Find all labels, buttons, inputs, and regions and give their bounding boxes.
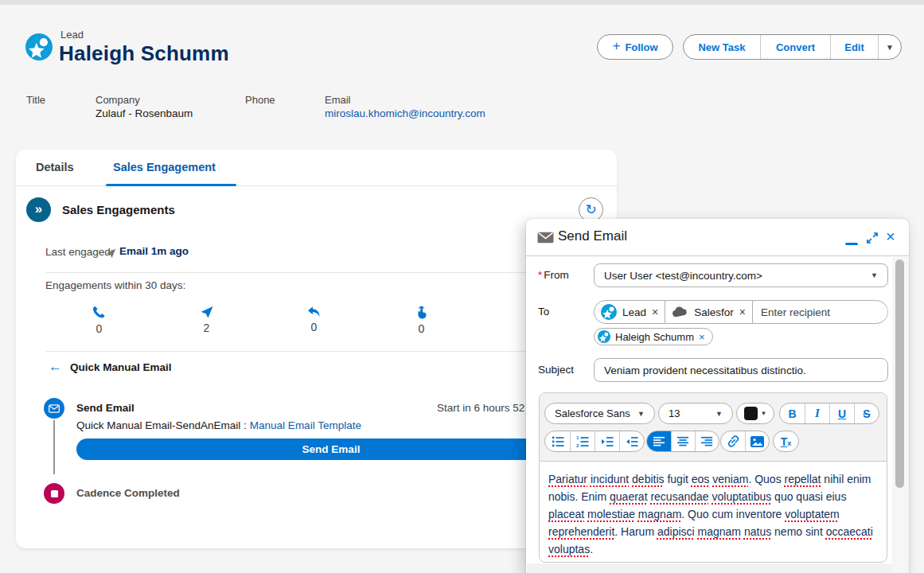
cadence-completed-label: Cadence Completed [76,487,180,499]
image-icon [751,436,764,447]
field-label-title: Title [26,94,45,106]
click-icon [416,306,427,319]
new-task-button[interactable]: New Task [684,35,760,59]
chevron-down-icon: ▼ [761,410,767,417]
field-label-email: Email [325,94,351,106]
chevron-down-icon: ▼ [715,410,723,418]
recipient-pill[interactable]: Haleigh Schumm × [594,328,713,345]
more-actions-button[interactable]: ▼ [878,35,901,59]
tab-sales-engagement[interactable]: Sales Engagement [113,161,216,173]
modal-footer [527,563,892,573]
chevron-down-icon: ▼ [871,271,878,279]
to-field: Lead × Salesfor × [594,300,888,324]
recipient-input[interactable] [761,306,888,318]
to-filter-salesforce[interactable]: Salesfor × [665,301,753,323]
remove-recipient-icon[interactable]: × [699,331,705,343]
metric-emails: 2 [153,306,260,334]
bold-button[interactable]: B [780,403,805,423]
lead-avatar-icon [25,33,53,60]
bullet-list-icon [552,435,564,448]
envelope-icon [537,232,554,244]
step-subtitle: Quick Manual Email-SendAnEmail :Manual E… [76,419,361,431]
modal-header[interactable]: Send Email × [526,219,909,256]
from-value: User User <test@incountry.com> [604,270,762,282]
back-arrow-icon: ← [49,359,62,375]
italic-button[interactable]: I [805,403,829,423]
numbered-list-button[interactable]: 12 [570,431,595,451]
edit-button[interactable]: Edit [830,35,878,59]
step-start-time: Start in 6 hours 52 m [437,402,536,414]
scrollbar-thumb[interactable] [895,259,904,488]
last-engaged-label: Last engaged: [45,246,114,258]
page: Lead Haleigh Schumm + Follow New Task Co… [0,0,924,573]
metric-count: 0 [419,322,425,335]
strikethrough-button[interactable]: S [854,403,879,423]
close-icon[interactable]: × [886,228,895,246]
color-swatch [744,407,758,420]
font-family-select[interactable]: Salesforce Sans ▼ [544,403,655,424]
modal-scrollbar[interactable] [892,257,909,573]
chevron-down-icon: ▼ [886,43,894,52]
to-filter-lead[interactable]: Lead × [595,301,665,323]
align-left-button[interactable] [647,431,671,451]
send-email-button[interactable]: Send Email [76,439,586,460]
metric-count: 0 [96,322,103,335]
expand-icon[interactable] [866,232,879,244]
metric-clicks: 0 [368,306,475,335]
underline-button[interactable]: U [829,403,854,423]
filter-label: Lead [622,306,646,318]
entity-type-label: Lead [60,29,84,41]
back-to-cadence[interactable]: ← Quick Manual Email [49,359,172,375]
email-body-editor[interactable]: Pariatur incidunt debitis fugit eos veni… [540,462,887,559]
insert-link-button[interactable] [721,431,745,451]
reply-icon [307,306,321,318]
subject-input[interactable]: Veniam provident necessitatibus distinct… [594,358,888,382]
field-value-email-link[interactable]: miroslau.khomich@incountry.com [325,107,485,119]
divider [45,351,590,352]
step-title: Send Email [76,402,135,414]
convert-button[interactable]: Convert [760,35,830,59]
svg-text:2: 2 [576,442,579,447]
text-color-button[interactable]: ▼ [736,403,774,424]
envelope-icon [49,404,60,413]
remove-filter-icon[interactable]: × [652,306,658,318]
email-template-link[interactable]: Manual Email Template [250,419,361,431]
editor-toolbar: Salesforce Sans ▼ 13 ▼ ▼ B I U S [540,393,887,462]
from-label: *From [538,269,569,281]
engagements-within-label: Engagements within 30 days: [45,279,185,291]
call-icon [92,306,106,319]
from-select[interactable]: User User <test@incountry.com> ▼ [594,263,888,287]
field-label-phone: Phone [245,94,275,106]
remove-format-button[interactable]: Tx [773,431,799,452]
tab-details[interactable]: Details [36,161,74,173]
follow-button[interactable]: + Follow [597,34,673,60]
recipient-name: Haleigh Schumm [615,331,694,343]
align-right-button[interactable] [695,431,719,451]
remove-filter-icon[interactable]: × [739,306,746,318]
indent-button[interactable] [595,431,619,451]
timeline-connector [53,420,55,474]
font-size-select[interactable]: 13 ▼ [658,403,733,424]
minimize-button[interactable] [845,243,858,245]
outdent-button[interactable] [619,431,644,451]
email-sent-icon [200,306,214,318]
top-strip [0,0,924,5]
refresh-icon: ↻ [585,201,596,218]
insert-image-button[interactable] [745,431,769,451]
cloud-icon [672,306,688,318]
bullet-list-button[interactable] [545,431,570,451]
filter-label: Salesfor [694,306,734,318]
chevron-down-icon: ▼ [637,410,645,418]
recipient-input-wrap [753,301,888,323]
field-value-company: Zulauf - Rosenbaum [96,107,193,119]
page-title: Haleigh Schumm [59,41,229,66]
required-asterisk: * [538,269,542,281]
email-step-icon [44,398,64,419]
metric-count: 2 [204,322,210,334]
link-icon [727,435,740,448]
lead-avatar-icon [601,304,617,320]
list-button-group: 12 [544,431,645,452]
align-center-button[interactable] [671,431,695,451]
media-button-group [720,431,770,452]
cadence-completed-icon [44,483,64,504]
